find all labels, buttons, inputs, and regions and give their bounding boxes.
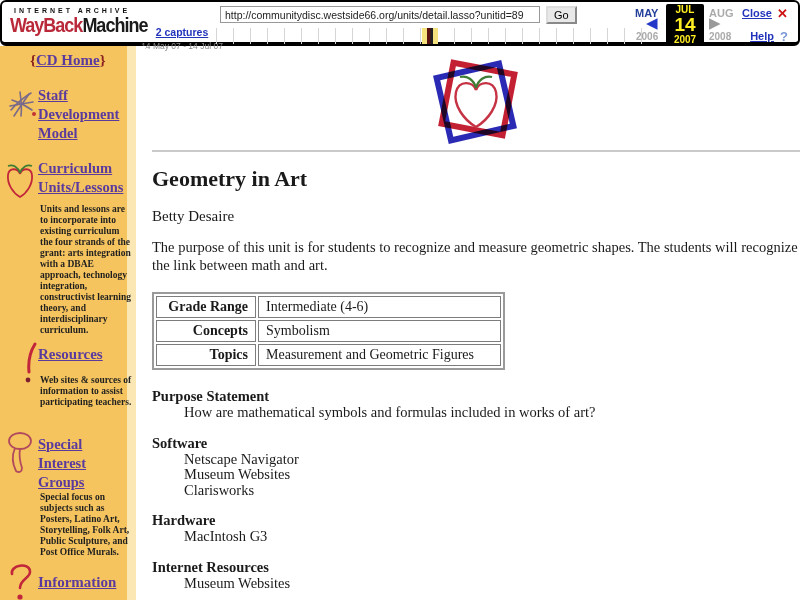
section-software: Software Netscape Navigator Museum Websi… (152, 435, 800, 499)
site-logo (152, 46, 800, 150)
apple-icon (4, 160, 36, 200)
sidebar-item-curriculum-units[interactable]: Curriculum Units/Lessons (38, 159, 140, 197)
close-x-icon[interactable]: ✕ (777, 6, 788, 21)
sidebar-item-cd-home: {CD Home} (30, 51, 106, 70)
section-hardware: Hardware MacIntosh G3 (152, 512, 800, 545)
author-name: Betty Desaire (152, 207, 800, 225)
meta-label: Concepts (156, 320, 256, 342)
section-item: Museum Websites (184, 467, 800, 483)
timeline-capture-marker[interactable] (422, 28, 438, 44)
wayback-toolbar: INTERNET ARCHIVE WayBackMachine 2 captur… (0, 0, 800, 46)
table-row: Concepts Symbolism (156, 320, 501, 342)
section-heading: Hardware (152, 512, 800, 529)
sidebar-item-information[interactable]: Information (38, 573, 116, 592)
url-input[interactable] (220, 6, 540, 23)
section-item: Netscape Navigator (184, 452, 800, 468)
prev-capture-arrow-icon[interactable]: ◀ (646, 15, 658, 30)
section-purpose-statement: Purpose Statement How are mathematical s… (152, 388, 800, 421)
internet-archive-label: INTERNET ARCHIVE (10, 7, 147, 14)
current-capture-date[interactable]: JUL 14 2007 (666, 4, 704, 45)
page: INTERNET ARCHIVE WayBackMachine 2 captur… (0, 0, 800, 600)
divider (152, 150, 800, 152)
brace-right: } (100, 52, 106, 68)
section-item: Museum Websites (184, 576, 800, 592)
section-heading: Software (152, 435, 800, 452)
meta-label: Grade Range (156, 296, 256, 318)
next-capture-arrow-icon: ▶ (709, 15, 721, 30)
sidebar-item-staff-development[interactable]: Staff Development Model (38, 86, 138, 143)
meta-value: Measurement and Geometric Figures (258, 344, 501, 366)
prev-year-label[interactable]: 2006 (636, 31, 658, 42)
help-link[interactable]: Help (750, 30, 774, 42)
meta-value: Intermediate (4-6) (258, 296, 501, 318)
section-heading: Internet Resources (152, 559, 800, 576)
resources-description: Web sites & sources of information to as… (40, 375, 134, 408)
current-year: 2007 (666, 34, 704, 45)
sketch-figure-icon (7, 88, 37, 124)
special-interest-description: Special focus on subjects such as Poster… (40, 492, 134, 558)
current-day: 14 (666, 15, 704, 34)
close-link[interactable]: Close (742, 7, 772, 19)
section-item: Clarisworks (184, 483, 800, 499)
cd-home-link[interactable]: CD Home (36, 51, 100, 70)
captures-link[interactable]: 2 captures (156, 26, 209, 38)
unit-meta-table: Grade Range Intermediate (4-6) Concepts … (152, 292, 505, 370)
section-item: How are mathematical symbols and formula… (184, 405, 800, 421)
wayback-machine-logo[interactable]: INTERNET ARCHIVE WayBackMachine (10, 7, 147, 35)
sidebar-item-resources[interactable]: Resources (38, 345, 103, 364)
table-row: Topics Measurement and Geometric Figures (156, 344, 501, 366)
curriculum-description: Units and lessons are to incorporate int… (40, 204, 134, 336)
meta-label: Topics (156, 344, 256, 366)
help-question-icon[interactable]: ? (780, 29, 788, 44)
section-item: MacIntosh G3 (184, 529, 800, 545)
capture-timeline[interactable] (216, 28, 646, 44)
wayback-machine-wordmark: WayBackMachine (10, 14, 147, 38)
pushpin-icon (3, 431, 35, 477)
unit-purpose-paragraph: The purpose of this unit is for students… (152, 238, 800, 274)
page-title: Geometry in Art (152, 166, 800, 192)
section-internet-resources: Internet Resources Museum Websites (152, 559, 800, 592)
overlapping-squares-apple-logo-icon (391, 50, 561, 150)
meta-value: Symbolism (258, 320, 501, 342)
question-icon (7, 562, 35, 600)
section-heading: Purpose Statement (152, 388, 800, 405)
table-row: Grade Range Intermediate (4-6) (156, 296, 501, 318)
sidebar: {CD Home} Staff Development Model Curric… (0, 46, 145, 600)
sidebar-item-special-interest-groups[interactable]: Special Interest Groups (38, 435, 130, 492)
go-button[interactable]: Go (546, 6, 577, 24)
next-year-label[interactable]: 2008 (709, 31, 731, 42)
main-content: Geometry in Art Betty Desaire The purpos… (145, 46, 800, 600)
